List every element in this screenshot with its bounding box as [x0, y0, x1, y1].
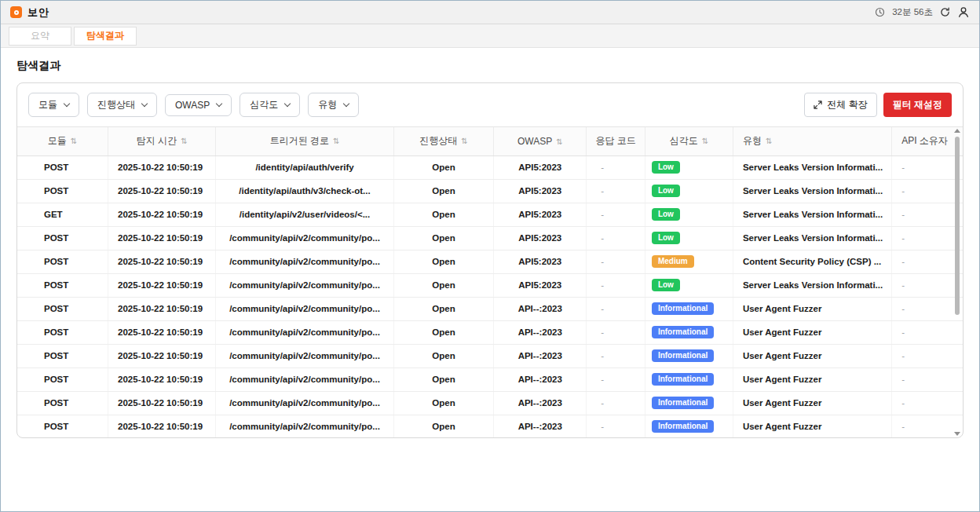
cell-type: User Agent Fuzzer: [733, 368, 891, 391]
cell-triggered-path: /identity/api/auth/v3/check-ot...: [216, 179, 393, 203]
sort-icon[interactable]: ⇅: [766, 137, 772, 145]
tab-scan-results[interactable]: 탐색결과: [74, 27, 137, 46]
cell-owasp: API--:2023: [494, 415, 587, 437]
app-icon: [10, 6, 22, 18]
column-label: 진행상태: [419, 135, 457, 146]
expand-all-button[interactable]: 전체 확장: [804, 93, 876, 117]
clock-icon: [875, 7, 885, 17]
filter-dropdown-type[interactable]: 유형: [308, 93, 359, 117]
column-header[interactable]: 모듈⇅: [17, 127, 108, 155]
column-label: 탐지 시간: [137, 135, 177, 146]
cell-type: User Agent Fuzzer: [733, 344, 891, 368]
cell-owasp: API5:2023: [494, 179, 587, 203]
expand-all-label: 전체 확장: [827, 98, 867, 112]
column-header[interactable]: 응답 코드: [587, 127, 645, 155]
cell-triggered-path: /community/api/v2/community/po...: [216, 297, 393, 320]
table-row[interactable]: POST 2025-10-22 10:50:19 /community/api/…: [17, 344, 963, 368]
cell-owasp: API5:2023: [494, 226, 587, 250]
column-header[interactable]: API 소유자: [892, 127, 963, 155]
cell-triggered-path: /community/api/v2/community/po...: [216, 391, 393, 415]
table-row[interactable]: POST 2025-10-22 10:50:19 /community/api/…: [17, 320, 963, 344]
cell-triggered-path: /community/api/v2/community/po...: [216, 226, 393, 250]
cell-severity: Low: [645, 226, 733, 250]
cell-severity: Informational: [645, 368, 733, 391]
profile-button[interactable]: [957, 6, 970, 18]
cell-type: User Agent Fuzzer: [733, 415, 891, 437]
sort-icon[interactable]: ⇅: [71, 137, 77, 145]
severity-badge: Informational: [652, 373, 714, 386]
cell-progress-status: Open: [393, 344, 494, 368]
table-row[interactable]: POST 2025-10-22 10:50:19 /community/api/…: [17, 297, 963, 320]
cell-owasp: API5:2023: [494, 155, 587, 179]
sort-icon[interactable]: ⇅: [461, 137, 467, 145]
cell-type: Server Leaks Version Informati...: [733, 179, 891, 203]
sort-icon[interactable]: ⇅: [333, 137, 339, 145]
tab-summary[interactable]: 요약: [9, 27, 71, 46]
sort-icon[interactable]: ⇅: [702, 137, 708, 145]
filter-label: 유형: [318, 98, 337, 112]
table-row[interactable]: POST 2025-10-22 10:50:19 /identity/api/a…: [17, 155, 963, 179]
cell-api-owner: -: [892, 226, 963, 250]
table-row[interactable]: GET 2025-10-22 10:50:19 /identity/api/v2…: [17, 203, 963, 226]
column-header[interactable]: 유형⇅: [733, 127, 891, 155]
table-row[interactable]: POST 2025-10-22 10:50:19 /community/api/…: [17, 250, 963, 273]
cell-progress-status: Open: [393, 155, 494, 179]
refresh-icon: [940, 7, 950, 17]
cell-detect-time: 2025-10-22 10:50:19: [108, 273, 216, 297]
table-row[interactable]: POST 2025-10-22 10:50:19 /identity/api/a…: [17, 179, 963, 203]
cell-api-owner: -: [892, 368, 963, 391]
cell-severity: Informational: [645, 344, 733, 368]
filter-dropdown-module[interactable]: 모듈: [28, 93, 79, 117]
filter-dropdown-severity[interactable]: 심각도: [240, 93, 300, 117]
cell-response-code: -: [587, 368, 645, 391]
table-row[interactable]: POST 2025-10-22 10:50:19 /community/api/…: [17, 226, 963, 250]
cell-response-code: -: [587, 155, 645, 179]
cell-detect-time: 2025-10-22 10:50:19: [108, 368, 216, 391]
cell-response-code: -: [587, 203, 645, 226]
severity-badge: Low: [652, 185, 680, 197]
table-scrollbar[interactable]: [953, 129, 961, 436]
cell-severity: Low: [645, 179, 733, 203]
cell-progress-status: Open: [393, 273, 494, 297]
filter-dropdown-owasp[interactable]: OWASP: [165, 94, 232, 116]
results-table: 모듈⇅ 탐지 시간⇅ 트리거된 경로⇅ 진행상태⇅ OWASP⇅ 응답 코드 심…: [17, 127, 963, 437]
cell-type: Server Leaks Version Informati...: [733, 203, 891, 226]
cell-module: POST: [17, 155, 108, 179]
cell-progress-status: Open: [393, 203, 494, 226]
cell-detect-time: 2025-10-22 10:50:19: [108, 155, 216, 179]
refresh-button[interactable]: [940, 7, 950, 17]
table-row[interactable]: POST 2025-10-22 10:50:19 /community/api/…: [17, 415, 963, 437]
table-row[interactable]: POST 2025-10-22 10:50:19 /community/api/…: [17, 273, 963, 297]
reset-filters-button[interactable]: 필터 재설정: [883, 93, 952, 117]
scroll-up-arrow-icon[interactable]: [954, 129, 960, 133]
column-header[interactable]: 탐지 시간⇅: [108, 127, 216, 155]
cell-triggered-path: /community/api/v2/community/po...: [216, 344, 393, 368]
column-label: OWASP: [517, 136, 552, 147]
filter-label: 심각도: [250, 98, 278, 112]
cell-module: POST: [17, 297, 108, 320]
cell-detect-time: 2025-10-22 10:50:19: [108, 250, 216, 273]
cell-owasp: API--:2023: [494, 297, 587, 320]
filter-group: 모듈 진행상태 OWASP 심각도 유형: [28, 93, 359, 117]
column-header[interactable]: 심각도⇅: [645, 127, 733, 155]
column-header[interactable]: 트리거된 경로⇅: [216, 127, 393, 155]
column-header[interactable]: OWASP⇅: [494, 127, 587, 155]
cell-module: POST: [17, 391, 108, 415]
table-row[interactable]: POST 2025-10-22 10:50:19 /community/api/…: [17, 391, 963, 415]
filter-dropdown-progress-status[interactable]: 진행상태: [87, 93, 157, 117]
scroll-down-arrow-icon[interactable]: [954, 432, 960, 436]
cell-type: User Agent Fuzzer: [733, 391, 891, 415]
cell-api-owner: -: [892, 203, 963, 226]
column-header[interactable]: 진행상태⇅: [393, 127, 494, 155]
sort-icon[interactable]: ⇅: [556, 137, 562, 146]
cell-api-owner: -: [892, 297, 963, 320]
scroll-thumb[interactable]: [955, 137, 960, 315]
cell-response-code: -: [587, 391, 645, 415]
cell-detect-time: 2025-10-22 10:50:19: [108, 415, 216, 437]
cell-api-owner: -: [892, 415, 963, 437]
sort-icon[interactable]: ⇅: [181, 137, 187, 145]
cell-response-code: -: [587, 415, 645, 437]
security-page: 보안 32분 56초 요약 탐색결과 탐색결과: [0, 0, 980, 512]
table-row[interactable]: POST 2025-10-22 10:50:19 /community/api/…: [17, 368, 963, 391]
table-wrap: 모듈⇅ 탐지 시간⇅ 트리거된 경로⇅ 진행상태⇅ OWASP⇅ 응답 코드 심…: [17, 126, 963, 437]
